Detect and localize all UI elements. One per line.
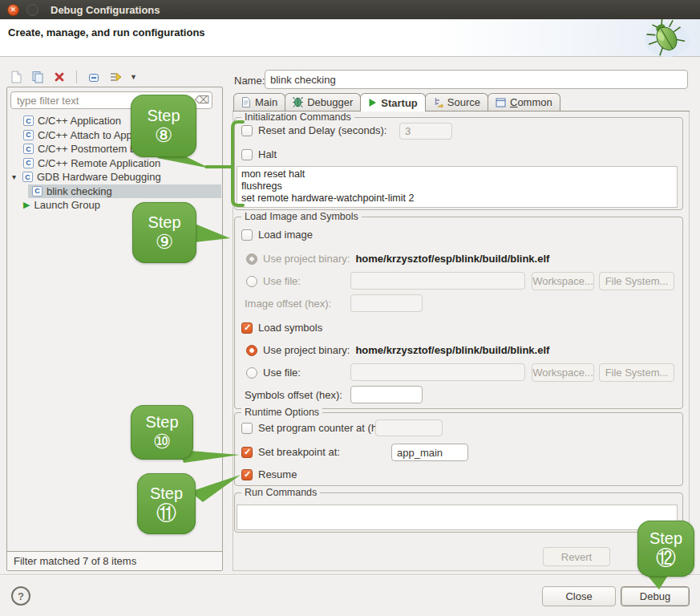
halt-label: Halt bbox=[258, 148, 277, 160]
window-title: Debug Configurations bbox=[51, 4, 160, 16]
set-program-counter-label: Set program counter at (hex): bbox=[258, 422, 395, 434]
set-breakpoint-checkbox[interactable] bbox=[241, 447, 253, 458]
project-binary-path: home/krzysztof/esp/blink/build/blink.elf bbox=[355, 344, 549, 356]
symbols-offset-label: Symbols offset (hex): bbox=[245, 389, 342, 401]
reset-delay-input[interactable] bbox=[399, 123, 452, 140]
image-offset-input[interactable] bbox=[350, 294, 423, 312]
image-use-project-binary-radio[interactable] bbox=[246, 253, 257, 265]
tab-bar: Main Debugger Startup Source Common bbox=[233, 93, 560, 111]
launch-group-icon: ▶ bbox=[23, 200, 30, 210]
tree-item-cpp-remote[interactable]: C C/C++ Remote Application bbox=[7, 156, 221, 171]
tab-debugger[interactable]: Debugger bbox=[285, 93, 361, 111]
footer-separator bbox=[0, 574, 700, 575]
startup-tab-icon bbox=[368, 98, 377, 107]
close-icon: ✕ bbox=[10, 6, 17, 14]
close-button[interactable]: Close bbox=[542, 586, 616, 606]
resume-checkbox[interactable] bbox=[241, 469, 253, 480]
group-title: Load Image and Symbols bbox=[241, 211, 362, 222]
breakpoint-input[interactable] bbox=[391, 444, 468, 461]
tree-item-blink-checking[interactable]: C blink checking bbox=[28, 184, 221, 199]
symbols-use-project-binary-radio[interactable] bbox=[246, 345, 257, 356]
tab-source[interactable]: Source bbox=[425, 93, 488, 111]
load-image-label: Load image bbox=[258, 229, 313, 241]
initialization-commands-group: Initialization Commands Reset and Delay … bbox=[234, 117, 683, 210]
debugger-tab-icon bbox=[293, 97, 303, 107]
revert-button[interactable]: Revert bbox=[543, 547, 610, 566]
use-file-label: Use file: bbox=[263, 275, 301, 287]
step-12-callout: Step⑫ bbox=[637, 521, 694, 577]
tab-common[interactable]: Common bbox=[488, 93, 560, 111]
tab-startup[interactable]: Startup bbox=[360, 93, 426, 111]
run-commands-group: Run Commands bbox=[234, 492, 683, 533]
content-border-left bbox=[233, 111, 233, 570]
symbols-file-system-button[interactable]: File System... bbox=[599, 363, 674, 382]
reset-and-delay-checkbox[interactable] bbox=[241, 125, 253, 136]
name-label: Name: bbox=[234, 75, 265, 87]
c-config-icon: C bbox=[23, 130, 34, 140]
symbols-use-file-radio[interactable] bbox=[246, 367, 257, 379]
resume-label: Resume bbox=[258, 468, 297, 480]
c-config-icon: C bbox=[23, 144, 34, 154]
runtime-options-group: Runtime Options Set program counter at (… bbox=[234, 412, 683, 486]
tree-item-label: C/C++ Remote Application bbox=[38, 157, 160, 169]
delete-configuration-icon[interactable] bbox=[52, 70, 67, 84]
image-workspace-button[interactable]: Workspace... bbox=[532, 272, 594, 290]
run-commands-textarea[interactable] bbox=[237, 505, 678, 530]
step-10-callout: Step⑩ bbox=[131, 405, 193, 460]
help-button[interactable]: ? bbox=[11, 586, 30, 606]
collapse-all-icon[interactable] bbox=[87, 70, 101, 84]
use-project-binary-label: Use project binary: bbox=[263, 344, 350, 356]
toolbar-menu-dropdown-icon[interactable]: ▼ bbox=[130, 73, 137, 81]
new-configuration-icon[interactable] bbox=[9, 70, 23, 84]
step-8-callout: Step⑧ bbox=[131, 95, 196, 157]
title-bar: ✕ Debug Configurations bbox=[0, 0, 700, 19]
image-file-system-button[interactable]: File System... bbox=[599, 272, 674, 290]
use-project-binary-label: Use project binary: bbox=[263, 253, 350, 265]
dialog-subtitle: Create, manage, and run configurations bbox=[8, 26, 205, 38]
set-program-counter-checkbox[interactable] bbox=[241, 423, 253, 434]
expander-icon[interactable]: ▾ bbox=[12, 172, 22, 181]
image-use-file-radio[interactable] bbox=[246, 276, 257, 287]
c-config-icon: C bbox=[32, 186, 42, 197]
source-tab-icon bbox=[433, 97, 443, 107]
step-9-callout: Step⑨ bbox=[132, 202, 196, 263]
duplicate-configuration-icon[interactable] bbox=[30, 70, 45, 84]
dialog-header: Create, manage, and run configurations bbox=[0, 19, 700, 57]
image-file-input[interactable] bbox=[350, 272, 525, 290]
window-minimize-button[interactable] bbox=[26, 4, 38, 16]
program-counter-input[interactable] bbox=[375, 419, 443, 436]
c-config-icon: C bbox=[22, 172, 33, 182]
debug-button[interactable]: Debug bbox=[621, 586, 690, 606]
init-commands-textarea[interactable]: mon reset halt flushregs set remote hard… bbox=[237, 166, 678, 208]
name-input[interactable] bbox=[265, 70, 688, 89]
symbols-workspace-button[interactable]: Workspace... bbox=[532, 363, 594, 382]
content-border-right bbox=[689, 111, 690, 570]
use-file-label: Use file: bbox=[263, 367, 301, 379]
content-border-bottom bbox=[233, 570, 690, 571]
load-image-symbols-group: Load Image and Symbols Load image Use pr… bbox=[234, 217, 683, 409]
reset-and-delay-label: Reset and Delay (seconds): bbox=[258, 124, 386, 136]
tree-item-label: GDB Hardware Debugging bbox=[37, 171, 161, 183]
step-11-callout: Step⑪ bbox=[137, 473, 196, 534]
main-tab-icon bbox=[241, 97, 251, 107]
symbols-offset-input[interactable] bbox=[350, 386, 423, 403]
window-close-button[interactable]: ✕ bbox=[7, 4, 19, 16]
set-breakpoint-label: Set breakpoint at: bbox=[258, 446, 340, 458]
load-image-checkbox[interactable] bbox=[241, 229, 253, 241]
tree-item-label: Launch Group bbox=[34, 199, 99, 211]
group-title: Run Commands bbox=[241, 487, 320, 498]
halt-checkbox[interactable] bbox=[241, 149, 253, 160]
bug-icon bbox=[632, 19, 693, 64]
group-title: Initialization Commands bbox=[241, 111, 354, 123]
common-tab-icon bbox=[496, 98, 506, 107]
tab-main[interactable]: Main bbox=[233, 93, 285, 111]
debug-configurations-window: ✕ Debug Configurations Create, manage, a… bbox=[0, 0, 700, 616]
tree-item-gdb-hardware-debugging[interactable]: ▾ C GDB Hardware Debugging bbox=[7, 170, 221, 184]
c-config-icon: C bbox=[23, 116, 34, 126]
filter-configurations-icon[interactable] bbox=[108, 70, 123, 84]
filter-status: Filter matched 7 of 8 items bbox=[7, 551, 222, 570]
clear-filter-icon[interactable]: ⌫ bbox=[195, 95, 209, 105]
load-symbols-checkbox[interactable] bbox=[241, 322, 253, 334]
toolbar-separator bbox=[76, 71, 77, 83]
symbols-file-input[interactable] bbox=[350, 363, 525, 381]
